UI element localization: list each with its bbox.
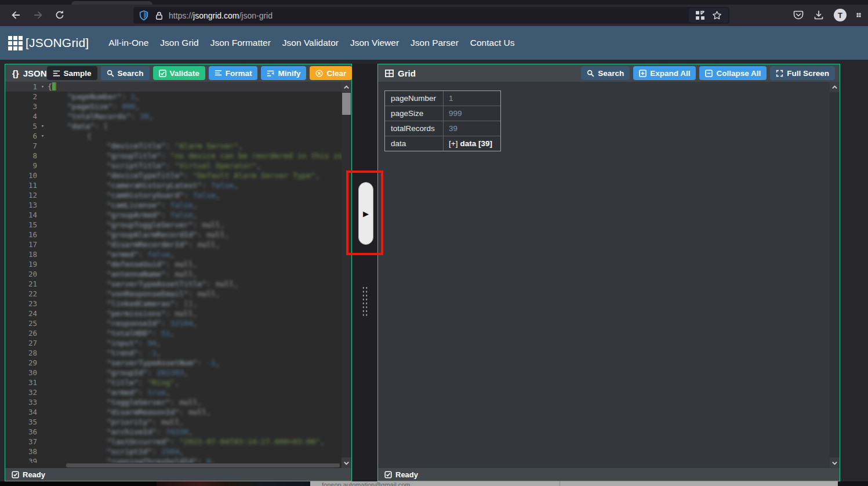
container-grid-icon[interactable] <box>695 10 705 20</box>
line-text: "toggleServer": null, <box>46 397 202 407</box>
nav-item-json-viewer[interactable]: Json Viewer <box>344 38 405 48</box>
tracking-shield-icon[interactable] <box>139 10 149 21</box>
downloads-icon[interactable] <box>813 10 824 20</box>
hscrollbar-thumb[interactable] <box>66 463 340 467</box>
minify-button[interactable]: Minify <box>261 66 306 80</box>
search-button[interactable]: Search <box>581 66 630 80</box>
line-number: 9 <box>5 161 39 171</box>
line-number: 30 <box>5 368 39 378</box>
pocket-save-icon[interactable] <box>793 10 804 20</box>
line-number: 13 <box>5 200 39 210</box>
code-line: 1▾{ <box>5 82 351 92</box>
code-line: 5▾"data": [ <box>5 121 351 131</box>
background-email-text: foneon.automation@gmail.com <box>322 481 410 486</box>
fold-gutter <box>39 358 46 368</box>
editor-vertical-scrollbar[interactable] <box>342 82 351 468</box>
expand-node-control[interactable]: [+]data [39] <box>449 139 492 148</box>
fold-gutter <box>39 417 46 427</box>
scroll-up-button[interactable] <box>830 82 840 92</box>
line-number: 12 <box>5 190 39 200</box>
nav-item-contact-us[interactable]: Contact Us <box>464 38 521 48</box>
grid-value-cell[interactable]: [+]data [39] <box>444 136 500 151</box>
line-number: 16 <box>5 230 39 240</box>
grid-row: totalRecords39 <box>385 121 500 136</box>
line-number: 8 <box>5 151 39 161</box>
reload-button[interactable] <box>51 6 68 24</box>
nav-item-json-grid[interactable]: Json Grid <box>154 38 204 48</box>
nav-item-json-parser[interactable]: Json Parser <box>405 38 464 48</box>
grid-key-cell: pageNumber <box>385 91 444 106</box>
grid-panel-header: Grid SearchExpand AllCollapse AllFull Sc… <box>378 64 840 82</box>
fold-caret-icon[interactable]: ▾ <box>39 131 46 141</box>
scroll-down-button[interactable] <box>830 458 840 468</box>
editor-horizontal-scrollbar[interactable] <box>5 463 342 468</box>
line-number: 31 <box>5 378 39 387</box>
button-label: Collapse All <box>716 69 761 78</box>
splitter-drag-handle[interactable] <box>362 286 368 317</box>
fold-gutter <box>39 151 46 161</box>
code-line: 18"armed": false, <box>5 249 351 259</box>
annotation-red-box: ▶ <box>346 171 383 255</box>
line-number: 19 <box>5 259 39 269</box>
grid-value-cell[interactable]: 39 <box>444 121 500 136</box>
fold-gutter <box>39 180 46 190</box>
nav-item-all-in-one[interactable]: All-in-One <box>103 38 154 48</box>
code-line: 29"serverTypeAssetNum": -1, <box>5 358 351 368</box>
fold-caret-icon[interactable]: ▾ <box>39 82 46 92</box>
scrollbar-thumb[interactable] <box>342 93 351 115</box>
code-line: 15"groupToggleServer": null, <box>5 220 351 230</box>
account-avatar[interactable]: T <box>834 9 847 21</box>
line-text: "disarmRecorderId": null, <box>46 240 220 249</box>
code-line: 31"title": "Ring", <box>5 378 351 387</box>
nav-item-json-formatter[interactable]: Json Formatter <box>205 38 277 48</box>
line-text: "cameraHistoryLatest": false, <box>46 180 238 190</box>
align-lines-icon <box>215 70 222 77</box>
grid-vertical-scrollbar[interactable] <box>830 82 840 468</box>
full-screen-button[interactable]: Full Screen <box>770 66 835 80</box>
clear-button[interactable]: Clear <box>310 66 352 80</box>
scroll-up-button[interactable] <box>342 82 351 92</box>
line-number: 2 <box>5 92 39 101</box>
grid-row: data[+]data [39] <box>385 136 500 151</box>
code-line: 25"responseId": 32194, <box>5 318 351 328</box>
expand-all-button[interactable]: Expand All <box>633 66 696 80</box>
bookmark-star-icon[interactable] <box>712 10 722 20</box>
sample-button[interactable]: Sample <box>47 66 97 80</box>
fold-gutter <box>39 447 46 456</box>
ready-check-icon <box>12 471 19 478</box>
line-number: 37 <box>5 437 39 447</box>
line-text: "serverTypeAssetTitle": null, <box>46 279 238 289</box>
fold-gutter <box>39 338 46 348</box>
grid-value-cell[interactable]: 999 <box>444 106 500 121</box>
format-button[interactable]: Format <box>209 66 258 80</box>
line-text: "groupTitle": "no device can be reordere… <box>46 151 351 161</box>
fold-gutter <box>39 387 46 397</box>
fold-caret-icon[interactable]: ▾ <box>39 121 46 131</box>
line-text: "disarmReasonId": null, <box>46 407 211 417</box>
line-text: "groupId": 281393, <box>46 368 188 378</box>
panel-collapse-handle[interactable]: ▶ <box>358 182 373 245</box>
code-line: 32"armed": true, <box>5 387 351 397</box>
site-logo[interactable]: [JSONGrid] <box>8 36 89 50</box>
text-cursor <box>52 82 56 90</box>
line-text: "totalRecords": 39, <box>46 111 154 121</box>
menu-edge-icon[interactable] <box>856 10 861 20</box>
line-number: 7 <box>5 141 39 151</box>
background-dark-edge <box>838 481 868 486</box>
collapse-all-button[interactable]: Collapse All <box>699 66 767 80</box>
search-button[interactable]: Search <box>101 66 150 80</box>
scroll-down-button[interactable] <box>342 458 351 468</box>
forward-button[interactable] <box>30 6 47 24</box>
nav-item-json-validator[interactable]: Json Validator <box>277 38 344 48</box>
grid-value-cell[interactable]: 1 <box>444 91 500 106</box>
json-editor[interactable]: 1▾{2"pageNumber": 1,3"pageSize": 999,4"t… <box>5 82 351 468</box>
back-button[interactable] <box>7 6 24 24</box>
code-line: 34"disarmReasonId": null, <box>5 407 351 417</box>
line-text: "priority": null, <box>46 417 184 427</box>
validate-button[interactable]: Validate <box>153 66 205 80</box>
code-line: 9"scriptTitle": "Virtual Operator", <box>5 161 351 171</box>
line-text: { <box>46 82 56 92</box>
grid-table: pageNumber1pageSize999totalRecords39data… <box>384 90 501 151</box>
url-bar[interactable]: https://jsongrid.com/json-grid <box>133 7 729 24</box>
site-menu: All-in-OneJson GridJson FormatterJson Va… <box>103 38 520 48</box>
